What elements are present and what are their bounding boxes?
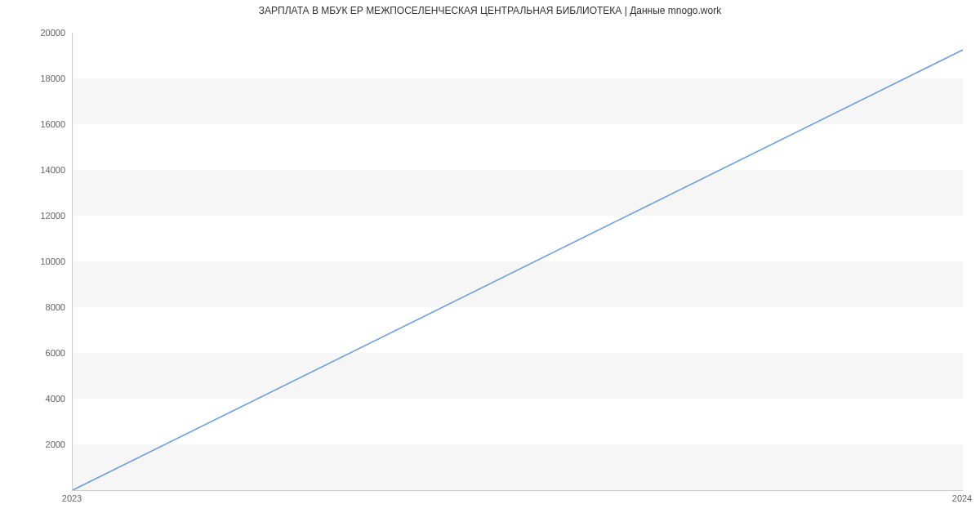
x-tick-label: 2023: [62, 493, 82, 503]
y-tick-label: 8000: [0, 302, 65, 312]
y-tick-label: 16000: [0, 119, 65, 129]
line-series: [73, 33, 963, 490]
chart-title: ЗАРПЛАТА В МБУК ЕР МЕЖПОСЕЛЕНЧЕСКАЯ ЦЕНТ…: [0, 5, 980, 16]
y-tick-label: 14000: [0, 165, 65, 175]
y-tick-label: 12000: [0, 211, 65, 221]
y-tick-label: 2000: [0, 440, 65, 449]
plot-area: [72, 33, 963, 491]
y-tick-label: 10000: [0, 257, 65, 266]
y-tick-label: 20000: [0, 28, 65, 38]
y-tick-label: 6000: [0, 348, 65, 358]
line-chart: ЗАРПЛАТА В МБУК ЕР МЕЖПОСЕЛЕНЧЕСКАЯ ЦЕНТ…: [0, 0, 980, 531]
y-tick-label: 4000: [0, 394, 65, 404]
y-tick-label: 18000: [0, 74, 65, 83]
series-line: [73, 50, 963, 490]
x-tick-label: 2024: [952, 493, 972, 503]
